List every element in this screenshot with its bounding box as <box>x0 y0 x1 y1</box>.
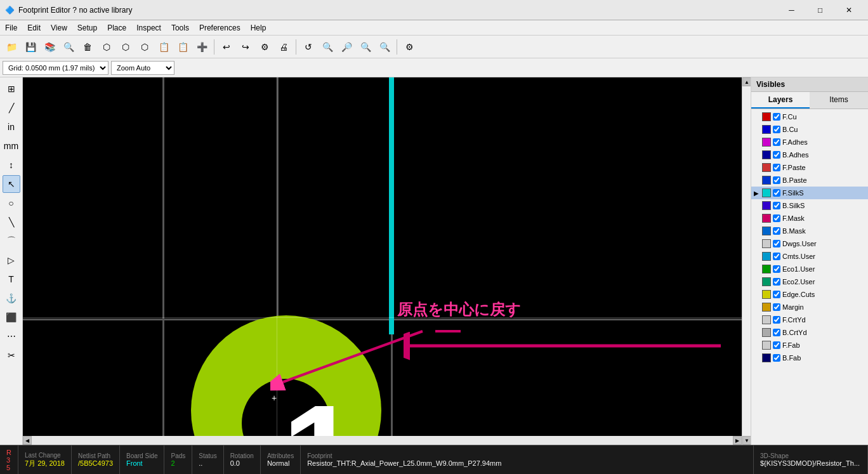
toolbar-btn-20[interactable]: 🔍 <box>357 38 374 56</box>
toolbar-btn-3[interactable]: 🔍 <box>60 38 77 56</box>
layer-row-f-cu[interactable]: F.Cu <box>751 110 868 123</box>
flag-tool[interactable]: ▷ <box>3 251 20 269</box>
grid-selector[interactable]: Grid: 0.0500 mm (1.97 mils) <box>3 61 109 75</box>
scroll-right-btn[interactable]: ▶ <box>733 436 742 445</box>
layer-checkbox[interactable] <box>773 240 780 247</box>
layer-row-margin[interactable]: Margin <box>751 301 868 313</box>
layer-checkbox[interactable] <box>773 176 780 184</box>
toolbar-btn-19[interactable]: 🔎 <box>338 38 355 56</box>
toolbar-btn-2[interactable]: 📚 <box>41 38 58 56</box>
toolbar-btn-9[interactable]: 📋 <box>174 38 192 56</box>
layer-checkbox[interactable] <box>773 303 780 311</box>
toolbar-btn-13[interactable]: ↪ <box>237 38 254 56</box>
layer-row-dwgs-user[interactable]: Dwgs.User <box>751 237 868 250</box>
layer-checkbox[interactable] <box>773 202 780 209</box>
layer-row-f-fab[interactable]: F.Fab <box>751 339 868 352</box>
toolbar-btn-23[interactable]: ⚙ <box>400 38 418 56</box>
scroll-left-btn[interactable]: ◀ <box>23 436 32 445</box>
grid-tool[interactable]: ⊞ <box>3 80 20 98</box>
scroll-up-btn[interactable]: ▲ <box>742 77 751 86</box>
layer-row-f-adhes[interactable]: F.Adhes <box>751 136 868 148</box>
dots-tool[interactable]: ⋯ <box>3 327 20 345</box>
toolbar-btn-5[interactable]: ⬡ <box>98 38 115 56</box>
menu-item-file[interactable]: File <box>0 20 22 35</box>
layer-row-b-silks[interactable]: B.SilkS <box>751 199 868 212</box>
toolbar-btn-6[interactable]: ⬡ <box>117 38 135 56</box>
minimize-button[interactable]: ─ <box>777 0 806 20</box>
close-button[interactable]: ✕ <box>834 0 863 20</box>
layer-checkbox[interactable] <box>773 151 780 159</box>
menu-item-help[interactable]: Help <box>246 20 272 35</box>
menu-item-preferences[interactable]: Preferences <box>194 20 246 35</box>
anchor-tool[interactable]: ⚓ <box>3 289 20 307</box>
scissors-tool[interactable]: ✂ <box>3 346 20 364</box>
toolbar-btn-14[interactable]: ⚙ <box>256 38 273 56</box>
line-tool[interactable]: ╲ <box>3 213 20 231</box>
tab-items[interactable]: Items <box>810 92 868 109</box>
menu-item-edit[interactable]: Edit <box>22 20 46 35</box>
layer-checkbox[interactable] <box>773 113 780 121</box>
menu-item-setup[interactable]: Setup <box>72 20 102 35</box>
toolbar-btn-10[interactable]: ➕ <box>193 38 211 56</box>
layer-checkbox[interactable] <box>773 126 780 133</box>
menu-item-tools[interactable]: Tools <box>166 20 194 35</box>
tab-layers[interactable]: Layers <box>751 92 810 109</box>
layer-checkbox[interactable] <box>773 189 780 197</box>
layer-row-b-adhes[interactable]: B.Adhes <box>751 148 868 161</box>
layer-row-b-mask[interactable]: B.Mask <box>751 225 868 237</box>
layer-checkbox[interactable] <box>773 253 780 260</box>
layer-checkbox[interactable] <box>773 329 780 336</box>
layer-checkbox[interactable] <box>773 227 780 235</box>
layer-row-f-crtyd[interactable]: F.CrtYd <box>751 313 868 326</box>
text-tool[interactable]: T <box>3 270 20 288</box>
scroll-down-btn[interactable]: ▼ <box>742 436 751 445</box>
select-tool[interactable]: ↖ <box>3 175 20 193</box>
toolbar-btn-1[interactable]: 💾 <box>22 38 39 56</box>
layer-name-label: F.Mask <box>782 214 805 222</box>
route-tool[interactable]: ╱ <box>3 99 20 117</box>
layer-checkbox[interactable] <box>773 341 780 349</box>
toolbar-separator <box>296 39 296 55</box>
rect-tool[interactable]: ⬛ <box>3 308 20 326</box>
toolbar-btn-15[interactable]: 🖨 <box>275 38 293 56</box>
menu-item-view[interactable]: View <box>46 20 72 35</box>
layer-checkbox[interactable] <box>773 278 780 286</box>
layer-row-eco1-user[interactable]: Eco1.User <box>751 263 868 275</box>
layer-checkbox[interactable] <box>773 354 780 362</box>
layer-checkbox[interactable] <box>773 214 780 222</box>
layer-checkbox[interactable] <box>773 138 780 146</box>
toolbar-btn-7[interactable]: ⬡ <box>136 38 154 56</box>
circle-tool[interactable]: ○ <box>3 194 20 212</box>
inches-tool[interactable]: in <box>3 118 20 136</box>
menu-item-inspect[interactable]: Inspect <box>131 20 166 35</box>
layer-checkbox[interactable] <box>773 265 780 273</box>
toolbar-btn-4[interactable]: 🗑 <box>79 38 96 56</box>
bottom-scrollbar[interactable]: ◀ ▶ <box>23 436 742 445</box>
toolbar-btn-17[interactable]: ↺ <box>299 38 317 56</box>
arc-tool[interactable]: ⌒ <box>3 232 20 250</box>
toolbar-btn-21[interactable]: 🔍 <box>376 38 393 56</box>
canvas-area[interactable]: 1 原点を中心に戻す <box>23 77 742 445</box>
layer-checkbox[interactable] <box>773 316 780 324</box>
zoom-selector[interactable]: Zoom Auto <box>111 61 174 75</box>
snap-tool[interactable]: ↕ <box>3 156 20 174</box>
layer-checkbox[interactable] <box>773 164 780 171</box>
layer-row-b-crtyd[interactable]: B.CrtYd <box>751 326 868 339</box>
layer-row-f-mask[interactable]: F.Mask <box>751 212 868 225</box>
toolbar-btn-0[interactable]: 📁 <box>3 38 20 56</box>
maximize-button[interactable]: □ <box>806 0 834 20</box>
mm-tool[interactable]: mm <box>3 137 20 155</box>
layer-row-cmts-user[interactable]: Cmts.User <box>751 250 868 263</box>
layer-row-b-paste[interactable]: B.Paste <box>751 174 868 187</box>
layer-row-eco2-user[interactable]: Eco2.User <box>751 275 868 288</box>
layer-row-b-cu[interactable]: B.Cu <box>751 123 868 136</box>
toolbar-btn-8[interactable]: 📋 <box>155 38 173 56</box>
menu-item-place[interactable]: Place <box>102 20 131 35</box>
toolbar-btn-18[interactable]: 🔍 <box>319 38 336 56</box>
layer-row-b-fab[interactable]: B.Fab <box>751 352 868 364</box>
layer-row-f-paste[interactable]: F.Paste <box>751 161 868 174</box>
toolbar-btn-12[interactable]: ↩ <box>218 38 235 56</box>
layer-checkbox[interactable] <box>773 291 780 298</box>
layer-row-edge-cuts[interactable]: Edge.Cuts <box>751 288 868 301</box>
layer-row-f-silks[interactable]: ▶F.SilkS <box>751 187 868 199</box>
